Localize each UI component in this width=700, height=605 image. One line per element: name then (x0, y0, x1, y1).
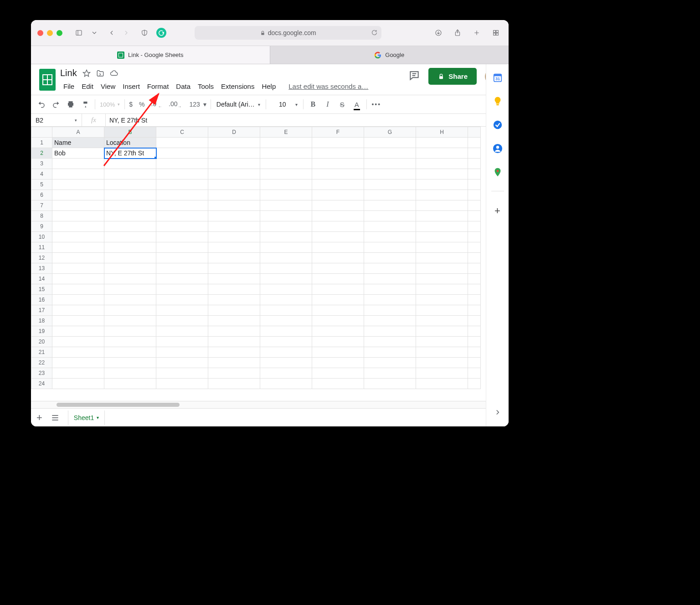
share-button[interactable]: Share (428, 68, 477, 85)
row-header[interactable]: 23 (31, 368, 52, 379)
cell[interactable] (364, 242, 416, 253)
cell[interactable] (208, 138, 260, 148)
cell[interactable] (104, 368, 156, 379)
cell[interactable] (364, 169, 416, 179)
cell[interactable] (364, 179, 416, 190)
cell[interactable] (52, 358, 104, 368)
cell[interactable] (104, 337, 156, 347)
tab-overview-icon[interactable] (489, 27, 502, 38)
cell[interactable] (260, 295, 312, 305)
cell[interactable] (260, 263, 312, 274)
cell[interactable] (156, 148, 208, 159)
tab-dropdown-icon[interactable] (91, 27, 98, 38)
cell[interactable] (208, 274, 260, 284)
select-all-corner[interactable] (31, 127, 52, 138)
cell[interactable] (260, 200, 312, 211)
cell[interactable] (312, 347, 364, 358)
cell[interactable] (312, 379, 364, 389)
cell[interactable] (104, 190, 156, 200)
cell[interactable] (260, 316, 312, 326)
cell[interactable] (416, 263, 468, 274)
row-header[interactable]: 3 (31, 159, 52, 169)
cell[interactable] (52, 368, 104, 379)
formula-input[interactable]: NY, E 27th St (106, 117, 151, 124)
maps-icon[interactable] (493, 167, 503, 177)
cell[interactable] (312, 274, 364, 284)
cell[interactable] (208, 358, 260, 368)
sheet-tab[interactable]: Sheet1 ▾ (68, 410, 105, 425)
cell[interactable] (104, 316, 156, 326)
cell[interactable] (312, 358, 364, 368)
cell[interactable]: NY, E 27th St (104, 148, 156, 159)
cell[interactable] (312, 242, 364, 253)
cell[interactable] (312, 263, 364, 274)
document-title[interactable]: Link (60, 68, 77, 78)
cell[interactable] (52, 326, 104, 337)
cell[interactable] (52, 347, 104, 358)
cell[interactable] (364, 232, 416, 242)
cell[interactable] (416, 284, 468, 295)
cell[interactable] (208, 295, 260, 305)
cell[interactable] (364, 274, 416, 284)
cell[interactable] (312, 169, 364, 179)
collapse-sidepanel-icon[interactable] (494, 408, 502, 418)
cell[interactable] (312, 316, 364, 326)
undo-button[interactable] (35, 97, 48, 111)
cell[interactable] (260, 347, 312, 358)
cell[interactable] (364, 138, 416, 148)
new-tab-icon[interactable] (470, 27, 483, 38)
cell[interactable] (416, 337, 468, 347)
cell[interactable] (52, 253, 104, 263)
more-toolbar-icon[interactable]: ••• (370, 97, 383, 111)
cell[interactable] (208, 316, 260, 326)
cell[interactable] (208, 337, 260, 347)
cell[interactable]: Bob (52, 148, 104, 159)
cell[interactable] (364, 211, 416, 221)
cell[interactable] (312, 159, 364, 169)
cell[interactable] (52, 232, 104, 242)
cell[interactable] (260, 159, 312, 169)
cell[interactable] (156, 253, 208, 263)
cell[interactable] (416, 190, 468, 200)
increase-decimal-button[interactable]: .00→ (167, 99, 183, 110)
cell[interactable] (208, 368, 260, 379)
cell[interactable] (52, 179, 104, 190)
cell[interactable] (208, 179, 260, 190)
cell[interactable] (104, 211, 156, 221)
cell[interactable] (364, 253, 416, 263)
row-header[interactable]: 4 (31, 169, 52, 179)
cell[interactable] (208, 253, 260, 263)
text-color-button[interactable]: A (350, 97, 364, 111)
cell[interactable] (208, 347, 260, 358)
row-header[interactable]: 22 (31, 358, 52, 368)
cell[interactable] (260, 169, 312, 179)
cloud-status-icon[interactable] (110, 69, 118, 77)
cell[interactable] (312, 305, 364, 316)
menu-edit[interactable]: Edit (78, 81, 97, 92)
cell[interactable] (208, 211, 260, 221)
row-header[interactable]: 24 (31, 379, 52, 389)
cell[interactable] (416, 211, 468, 221)
cell[interactable] (260, 242, 312, 253)
cell[interactable] (260, 221, 312, 232)
menu-insert[interactable]: Insert (119, 81, 143, 92)
cell[interactable] (156, 232, 208, 242)
cell[interactable] (260, 274, 312, 284)
cell[interactable] (208, 169, 260, 179)
row-header[interactable]: 2 (31, 148, 52, 159)
decrease-decimal-button[interactable]: .0 ← (150, 99, 164, 110)
cell[interactable] (156, 274, 208, 284)
cell[interactable] (416, 274, 468, 284)
cell[interactable] (208, 284, 260, 295)
column-header[interactable]: F (312, 127, 364, 138)
percent-button[interactable]: % (138, 100, 146, 109)
cell[interactable] (364, 368, 416, 379)
column-header[interactable]: B (104, 127, 156, 138)
row-header[interactable]: 8 (31, 211, 52, 221)
spreadsheet-grid[interactable]: ABCDEFGH1NameLocation2BobNY, E 27th St34… (31, 127, 509, 401)
cell[interactable] (208, 232, 260, 242)
cell[interactable] (156, 179, 208, 190)
cell[interactable] (156, 337, 208, 347)
cell[interactable] (104, 263, 156, 274)
cell[interactable] (312, 148, 364, 159)
